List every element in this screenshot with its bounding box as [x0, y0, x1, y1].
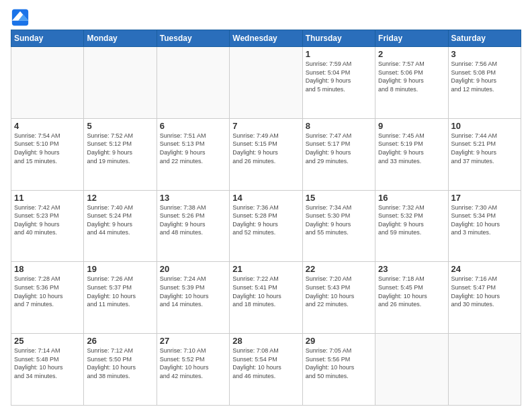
- calendar-cell: [84, 47, 157, 119]
- day-info: Sunrise: 7:18 AM Sunset: 5:45 PM Dayligh…: [378, 275, 445, 308]
- calendar-cell: 26Sunrise: 7:12 AM Sunset: 5:50 PM Dayli…: [84, 334, 157, 406]
- day-number: 4: [14, 121, 81, 131]
- day-info: Sunrise: 7:59 AM Sunset: 5:04 PM Dayligh…: [306, 60, 372, 93]
- day-number: 20: [160, 264, 226, 274]
- logo: [11, 8, 32, 27]
- day-number: 27: [160, 336, 226, 346]
- calendar-cell: 22Sunrise: 7:20 AM Sunset: 5:43 PM Dayli…: [302, 262, 375, 334]
- calendar-cell: 3Sunrise: 7:56 AM Sunset: 5:08 PM Daylig…: [448, 47, 521, 119]
- day-number: 25: [14, 336, 81, 346]
- day-info: Sunrise: 7:42 AM Sunset: 5:23 PM Dayligh…: [14, 203, 81, 237]
- day-info: Sunrise: 7:57 AM Sunset: 5:06 PM Dayligh…: [378, 60, 445, 93]
- day-info: Sunrise: 7:34 AM Sunset: 5:30 PM Dayligh…: [306, 203, 372, 237]
- calendar-cell: 7Sunrise: 7:49 AM Sunset: 5:15 PM Daylig…: [230, 118, 302, 190]
- calendar-cell: 18Sunrise: 7:28 AM Sunset: 5:36 PM Dayli…: [11, 262, 84, 334]
- calendar-cell: 28Sunrise: 7:08 AM Sunset: 5:54 PM Dayli…: [230, 334, 302, 406]
- calendar-cell: 10Sunrise: 7:44 AM Sunset: 5:21 PM Dayli…: [448, 118, 521, 190]
- calendar-cell: 19Sunrise: 7:26 AM Sunset: 5:37 PM Dayli…: [84, 262, 157, 334]
- day-number: 29: [306, 336, 372, 346]
- calendar-cell: 23Sunrise: 7:18 AM Sunset: 5:45 PM Dayli…: [375, 262, 448, 334]
- calendar-cell: 13Sunrise: 7:38 AM Sunset: 5:26 PM Dayli…: [157, 190, 229, 262]
- calendar-cell: 24Sunrise: 7:16 AM Sunset: 5:47 PM Dayli…: [448, 262, 521, 334]
- day-info: Sunrise: 7:40 AM Sunset: 5:24 PM Dayligh…: [87, 203, 153, 237]
- day-number: 16: [378, 193, 445, 203]
- day-info: Sunrise: 7:12 AM Sunset: 5:50 PM Dayligh…: [87, 347, 153, 380]
- calendar-cell: 27Sunrise: 7:10 AM Sunset: 5:52 PM Dayli…: [157, 334, 229, 406]
- calendar-header-saturday: Saturday: [448, 30, 521, 47]
- calendar-cell: [230, 47, 302, 119]
- calendar-header-monday: Monday: [84, 30, 157, 47]
- calendar-week-row: 18Sunrise: 7:28 AM Sunset: 5:36 PM Dayli…: [11, 262, 521, 334]
- day-number: 18: [14, 264, 81, 274]
- day-number: 22: [306, 264, 372, 274]
- calendar-header-wednesday: Wednesday: [230, 30, 302, 47]
- day-number: 17: [451, 193, 518, 203]
- day-info: Sunrise: 7:36 AM Sunset: 5:28 PM Dayligh…: [232, 203, 299, 237]
- day-info: Sunrise: 7:32 AM Sunset: 5:32 PM Dayligh…: [378, 203, 445, 237]
- calendar-cell: 17Sunrise: 7:30 AM Sunset: 5:34 PM Dayli…: [448, 190, 521, 262]
- day-info: Sunrise: 7:20 AM Sunset: 5:43 PM Dayligh…: [306, 275, 372, 308]
- day-info: Sunrise: 7:22 AM Sunset: 5:41 PM Dayligh…: [232, 275, 299, 308]
- calendar-cell: 21Sunrise: 7:22 AM Sunset: 5:41 PM Dayli…: [230, 262, 302, 334]
- day-number: 15: [306, 193, 372, 203]
- calendar-cell: 4Sunrise: 7:54 AM Sunset: 5:10 PM Daylig…: [11, 118, 84, 190]
- day-number: 8: [306, 121, 372, 131]
- calendar-cell: 12Sunrise: 7:40 AM Sunset: 5:24 PM Dayli…: [84, 190, 157, 262]
- day-info: Sunrise: 7:24 AM Sunset: 5:39 PM Dayligh…: [160, 275, 226, 308]
- day-number: 23: [378, 264, 445, 274]
- page: SundayMondayTuesdayWednesdayThursdayFrid…: [0, 0, 532, 411]
- calendar-cell: [157, 47, 229, 119]
- calendar-week-row: 4Sunrise: 7:54 AM Sunset: 5:10 PM Daylig…: [11, 118, 521, 190]
- calendar-header-thursday: Thursday: [302, 30, 375, 47]
- day-number: 14: [232, 193, 299, 203]
- day-number: 10: [451, 121, 518, 131]
- calendar-cell: 6Sunrise: 7:51 AM Sunset: 5:13 PM Daylig…: [157, 118, 229, 190]
- day-info: Sunrise: 7:30 AM Sunset: 5:34 PM Dayligh…: [451, 203, 518, 237]
- day-info: Sunrise: 7:05 AM Sunset: 5:56 PM Dayligh…: [306, 347, 372, 380]
- day-number: 1: [306, 49, 372, 59]
- day-info: Sunrise: 7:51 AM Sunset: 5:13 PM Dayligh…: [160, 132, 226, 165]
- calendar-header-friday: Friday: [375, 30, 448, 47]
- day-info: Sunrise: 7:56 AM Sunset: 5:08 PM Dayligh…: [451, 60, 518, 93]
- day-number: 9: [378, 121, 445, 131]
- calendar-cell: 9Sunrise: 7:45 AM Sunset: 5:19 PM Daylig…: [375, 118, 448, 190]
- calendar-cell: [375, 334, 448, 406]
- day-info: Sunrise: 7:49 AM Sunset: 5:15 PM Dayligh…: [232, 132, 299, 165]
- day-number: 5: [87, 121, 153, 131]
- calendar-cell: 29Sunrise: 7:05 AM Sunset: 5:56 PM Dayli…: [302, 334, 375, 406]
- calendar-cell: 5Sunrise: 7:52 AM Sunset: 5:12 PM Daylig…: [84, 118, 157, 190]
- day-number: 6: [160, 121, 226, 131]
- calendar-header-tuesday: Tuesday: [157, 30, 229, 47]
- calendar-week-row: 1Sunrise: 7:59 AM Sunset: 5:04 PM Daylig…: [11, 47, 521, 119]
- day-info: Sunrise: 7:14 AM Sunset: 5:48 PM Dayligh…: [14, 347, 81, 380]
- calendar-week-row: 11Sunrise: 7:42 AM Sunset: 5:23 PM Dayli…: [11, 190, 521, 262]
- day-info: Sunrise: 7:16 AM Sunset: 5:47 PM Dayligh…: [451, 275, 518, 308]
- calendar-table: SundayMondayTuesdayWednesdayThursdayFrid…: [11, 30, 521, 406]
- day-number: 12: [87, 193, 153, 203]
- calendar-cell: 15Sunrise: 7:34 AM Sunset: 5:30 PM Dayli…: [302, 190, 375, 262]
- day-number: 28: [232, 336, 299, 346]
- calendar-cell: 8Sunrise: 7:47 AM Sunset: 5:17 PM Daylig…: [302, 118, 375, 190]
- day-info: Sunrise: 7:26 AM Sunset: 5:37 PM Dayligh…: [87, 275, 153, 308]
- day-number: 21: [232, 264, 299, 274]
- calendar-cell: 16Sunrise: 7:32 AM Sunset: 5:32 PM Dayli…: [375, 190, 448, 262]
- day-info: Sunrise: 7:44 AM Sunset: 5:21 PM Dayligh…: [451, 132, 518, 165]
- calendar-cell: 11Sunrise: 7:42 AM Sunset: 5:23 PM Dayli…: [11, 190, 84, 262]
- logo-icon: [11, 8, 30, 27]
- calendar-week-row: 25Sunrise: 7:14 AM Sunset: 5:48 PM Dayli…: [11, 334, 521, 406]
- calendar-cell: 1Sunrise: 7:59 AM Sunset: 5:04 PM Daylig…: [302, 47, 375, 119]
- calendar-cell: [11, 47, 84, 119]
- day-number: 13: [160, 193, 226, 203]
- day-info: Sunrise: 7:38 AM Sunset: 5:26 PM Dayligh…: [160, 203, 226, 237]
- day-number: 24: [451, 264, 518, 274]
- day-number: 19: [87, 264, 153, 274]
- header: [11, 8, 521, 27]
- calendar-cell: [448, 334, 521, 406]
- calendar-cell: 2Sunrise: 7:57 AM Sunset: 5:06 PM Daylig…: [375, 47, 448, 119]
- day-info: Sunrise: 7:10 AM Sunset: 5:52 PM Dayligh…: [160, 347, 226, 380]
- calendar-cell: 14Sunrise: 7:36 AM Sunset: 5:28 PM Dayli…: [230, 190, 302, 262]
- calendar-cell: 25Sunrise: 7:14 AM Sunset: 5:48 PM Dayli…: [11, 334, 84, 406]
- day-info: Sunrise: 7:54 AM Sunset: 5:10 PM Dayligh…: [14, 132, 81, 165]
- calendar-header-sunday: Sunday: [11, 30, 84, 47]
- day-info: Sunrise: 7:45 AM Sunset: 5:19 PM Dayligh…: [378, 132, 445, 165]
